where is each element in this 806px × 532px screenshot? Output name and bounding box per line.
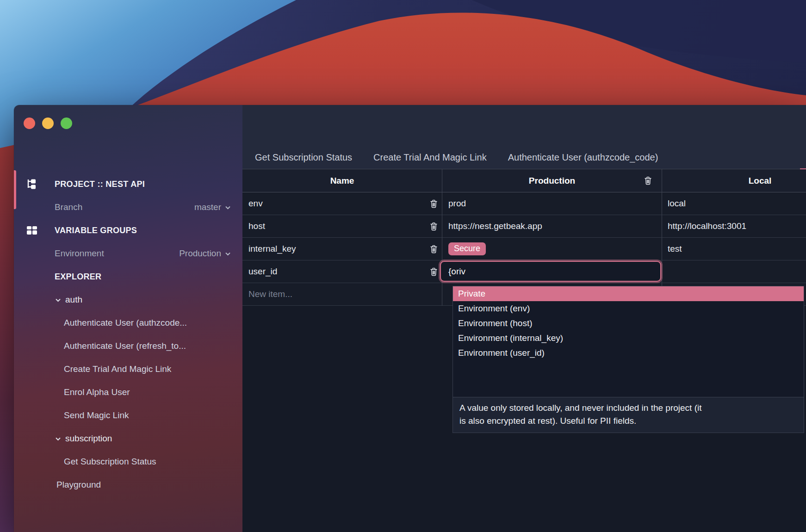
- value-input-text: {oriv: [448, 266, 465, 277]
- local-value-cell[interactable]: local: [662, 192, 806, 215]
- option-environment-host[interactable]: Environment (host): [453, 316, 804, 331]
- tree-group-label: subscription: [65, 433, 112, 444]
- option-environment-internal-key[interactable]: Environment (internal_key): [453, 331, 804, 346]
- column-header-label: Production: [529, 176, 575, 186]
- chevron-down-icon: [224, 250, 231, 257]
- option-private[interactable]: Private: [453, 286, 804, 301]
- variables-table: Name Production Local env: [242, 169, 806, 306]
- production-value: prod: [448, 198, 466, 209]
- tree-item-label: Send Magic Link: [64, 410, 129, 421]
- option-description: A value only stored locally, and never i…: [453, 397, 804, 433]
- environment-selector[interactable]: Production: [179, 248, 231, 259]
- secure-badge[interactable]: Secure: [448, 242, 486, 255]
- autocomplete-dropdown: Private Environment (env) Environment (h…: [453, 286, 804, 433]
- new-item-cell[interactable]: New item...: [242, 283, 442, 306]
- tab-authenticate-user-authzcode-code[interactable]: Authenticate User (authzcode_code): [508, 152, 658, 163]
- close-window-button[interactable]: [24, 118, 35, 129]
- variable-name-cell[interactable]: host: [242, 215, 442, 238]
- local-value-cell[interactable]: http://localhost:3001: [662, 215, 806, 238]
- description-line: A value only stored locally, and never i…: [459, 402, 797, 414]
- tree-item-label: Create Trial And Magic Link: [64, 364, 171, 374]
- delete-column-icon[interactable]: [644, 176, 652, 185]
- variable-name: user_id: [248, 266, 277, 277]
- value-input[interactable]: {oriv: [440, 261, 661, 282]
- tree-group-label: auth: [65, 295, 82, 305]
- project-tree-icon: [25, 177, 39, 191]
- column-header-name: Name: [242, 169, 442, 192]
- tree-item-label: Enrol Alpha User: [64, 387, 130, 397]
- explorer-title: EXPLORER: [14, 272, 101, 282]
- tab-get-subscription-status[interactable]: Get Subscription Status: [255, 152, 352, 163]
- sidebar-section-explorer: EXPLORER: [14, 265, 242, 288]
- tree-item-send-magic-link[interactable]: Send Magic Link: [14, 404, 242, 427]
- zoom-window-button[interactable]: [61, 118, 72, 129]
- dropdown-spacer: [453, 360, 804, 397]
- variable-name: env: [248, 198, 263, 209]
- column-header-local: Local: [662, 169, 806, 192]
- window-controls: [24, 118, 72, 129]
- local-value-cell[interactable]: test: [662, 238, 806, 260]
- tree-item-label: Get Subscription Status: [64, 457, 156, 467]
- delete-variable-icon[interactable]: [430, 267, 438, 276]
- tree-item-label: Playground: [56, 480, 101, 490]
- delete-variable-icon[interactable]: [430, 245, 438, 254]
- chevron-down-icon: [224, 204, 231, 211]
- branch-label: Branch: [14, 202, 82, 212]
- desktop: { "colors": { "accent_pink": "#d4718c", …: [0, 0, 806, 532]
- variable-name: internal_key: [248, 244, 296, 254]
- tree-item-get-subscription-status[interactable]: Get Subscription Status: [14, 450, 242, 473]
- tab-bar: Get Subscription Status Create Trial And…: [242, 105, 806, 169]
- branch-row[interactable]: Branch master: [14, 196, 242, 219]
- tree-item-label: Authenticate User (refresh_to...: [64, 341, 186, 351]
- branch-selector[interactable]: master: [194, 202, 231, 212]
- tree-item-authenticate-user-refresh-token[interactable]: Authenticate User (refresh_to...: [14, 334, 242, 358]
- description-line: is also encrypted at rest). Useful for P…: [459, 414, 797, 427]
- branch-value: master: [194, 202, 221, 212]
- tree-item-enrol-alpha-user[interactable]: Enrol Alpha User: [14, 381, 242, 404]
- sidebar-section-project[interactable]: PROJECT :: NEST API: [14, 173, 242, 196]
- option-environment-user-id[interactable]: Environment (user_id): [453, 346, 804, 360]
- new-item-placeholder: New item...: [248, 289, 292, 299]
- environment-value: Production: [179, 248, 221, 259]
- production-value-cell[interactable]: https://nest.getbeak.app: [442, 215, 662, 238]
- sidebar: PROJECT :: NEST API Branch master VARIAB…: [14, 105, 242, 532]
- chevron-down-icon: [55, 297, 62, 303]
- column-header-label: Local: [749, 176, 772, 186]
- variable-name-cell[interactable]: env: [242, 192, 442, 215]
- minimize-window-button[interactable]: [42, 118, 54, 129]
- local-value-cell[interactable]: [662, 260, 806, 283]
- option-environment-env[interactable]: Environment (env): [453, 301, 804, 316]
- tree-item-create-trial-and-magic-link[interactable]: Create Trial And Magic Link: [14, 358, 242, 381]
- environment-label: Environment: [14, 248, 104, 259]
- tree-group-auth[interactable]: auth: [14, 288, 242, 311]
- tree-group-subscription[interactable]: subscription: [14, 427, 242, 450]
- tree-item-playground[interactable]: Playground: [14, 473, 242, 496]
- variable-name-cell[interactable]: internal_key: [242, 238, 442, 260]
- local-value: http://localhost:3001: [668, 221, 746, 231]
- local-value: test: [668, 244, 682, 254]
- variable-name: host: [248, 221, 265, 231]
- environment-row[interactable]: Environment Production: [14, 242, 242, 265]
- app-window: PROJECT :: NEST API Branch master VARIAB…: [14, 105, 806, 532]
- production-value: https://nest.getbeak.app: [448, 221, 542, 231]
- tree-item-label: Authenticate User (authzcode...: [64, 318, 187, 328]
- chevron-down-icon: [55, 435, 62, 442]
- sidebar-rows: PROJECT :: NEST API Branch master VARIAB…: [14, 173, 242, 496]
- tab-create-trial-and-magic-link[interactable]: Create Trial And Magic Link: [373, 152, 487, 163]
- production-value-cell[interactable]: {oriv: [442, 260, 662, 283]
- local-value: local: [668, 198, 686, 209]
- delete-variable-icon[interactable]: [430, 199, 438, 208]
- variable-name-cell[interactable]: user_id: [242, 260, 442, 283]
- production-value-cell[interactable]: prod: [442, 192, 662, 215]
- variable-groups-icon: [25, 223, 39, 237]
- sidebar-section-variable-groups[interactable]: VARIABLE GROUPS: [14, 219, 242, 242]
- column-header-production: Production: [442, 169, 662, 192]
- delete-variable-icon[interactable]: [430, 222, 438, 231]
- tree-item-authenticate-user-authzcode[interactable]: Authenticate User (authzcode...: [14, 311, 242, 334]
- main-pane: Get Subscription Status Create Trial And…: [242, 105, 806, 532]
- production-value-cell[interactable]: Secure: [442, 238, 662, 260]
- column-header-label: Name: [330, 176, 354, 186]
